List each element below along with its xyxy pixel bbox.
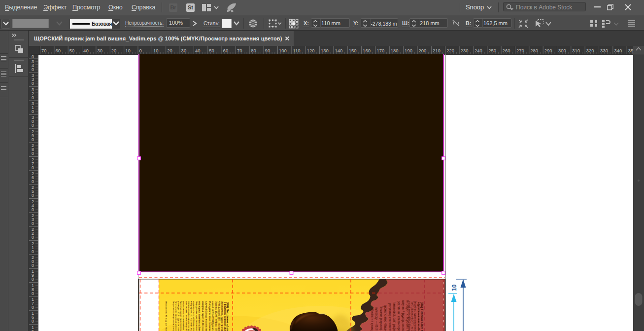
svg-text:280: 280 [530,48,538,53]
svg-text:мед искусственный (сахар, пато: мед искусственный (сахар, патока, кисл [193,301,195,331]
svg-text:100: 100 [279,48,287,53]
svg-text:150: 150 [349,48,357,53]
svg-text:0: 0 [32,81,34,86]
svg-text:штучный (сахар, кислота лимонн: штучный (сахар, кислота лимонная), [205,301,208,331]
svg-text:40: 40 [83,48,89,53]
svg-text:170: 170 [377,48,385,53]
svg-text:320: 320 [586,48,594,53]
svg-text:70: 70 [237,48,242,53]
svg-text:Изготовитель, адрес производст: Изготовитель, адрес производства: [221,301,223,331]
svg-text:0: 0 [32,165,34,170]
svg-text:260: 260 [503,48,510,53]
svg-text:углеводы- 60,3 г (g), в т.ч. с: углеводы- 60,3 г (g), в т.ч. сахара, жир [177,301,180,331]
svg-text:240: 240 [475,48,482,53]
svg-text:340: 340 [614,48,622,53]
svg-text:мед корица ванилин сорбиновая: мед корица ванилин сорбиновая к-т [198,301,201,331]
svg-text:120: 120 [307,48,315,53]
svg-text:70: 70 [41,48,47,53]
svg-text:ароматизатор «Вишня», ро: ароматизатор «Вишня», ро [383,305,387,331]
svg-text:Питательная (пищевая) ценность: Питательная (пищевая) ценность в 100 г [175,301,177,331]
svg-text:20: 20 [111,48,117,53]
svg-text:40: 40 [195,48,201,53]
svg-text:0: 0 [32,193,34,198]
svg-text:160: 160 [363,48,371,53]
svg-text:Энергетическая ценность (калор: Энергетическая ценность (калорийность [172,301,175,331]
svg-text:0: 0 [32,95,34,100]
svg-text:10: 10 [153,48,159,53]
svg-text:0: 0 [32,54,34,59]
svg-text:90: 90 [265,48,271,53]
svg-text:разрыхлитель углеаммонийная со: разрыхлитель углеаммонийная соль, сол [182,301,185,331]
svg-text:110: 110 [293,48,300,53]
svg-text:5: 5 [32,329,34,331]
svg-text:0: 0 [32,67,34,72]
svg-text:с фруктовой начинкой «Вишня» г: с фруктовой начинкой «Вишня» гл [224,302,227,331]
svg-text:0: 0 [32,109,34,114]
svg-text:рослинної, какао-порошок з: рослинної, какао-порошок з [397,301,401,331]
svg-text:0: 0 [32,249,34,254]
svg-text:330: 330 [600,48,608,53]
svg-text:310: 310 [572,48,580,53]
svg-text:ПрАТ „Щорський ЗПТ“, м. Снов: ПрАТ „Щорський ЗПТ“, м. Снов [411,301,414,331]
svg-text:80: 80 [251,48,256,53]
svg-text:бета-каротин, ароматизатор «Ви: бета-каротин, ароматизатор «Вишня», р [185,301,188,331]
svg-text:0: 0 [32,221,34,226]
svg-text:180: 180 [391,48,399,53]
svg-text:10: 10 [451,284,458,291]
svg-text:Украина, 15200 Тел/факс: (0465: Украина, 15200 Тел/факс: (04654) 2-1 [215,301,217,331]
svg-text:0: 0 [32,291,34,296]
svg-text:0: 0 [32,305,34,310]
svg-text:Виробник, адреса потужностей: Виробник, адреса потужностей [414,301,417,331]
svg-text:Масса нетто 49 г (g) шт. Номер: Масса нетто 49 г (g) шт. Номер парт [165,301,168,331]
svg-text:50: 50 [209,48,214,53]
svg-text:140: 140 [335,48,342,53]
svg-text:60: 60 [223,48,229,53]
svg-text:Ингредиенты: мука пшеничная в/: Ингредиенты: мука пшеничная в/с, саха [196,301,198,331]
svg-text:0: 0 [32,319,34,324]
svg-text:220: 220 [446,48,454,53]
svg-text:50: 50 [69,48,75,53]
svg-text:инвертный сироп 14,1% (сахар,: инвертный сироп 14,1% (сахар, вода [202,301,204,331]
svg-text:Ингредиенты: мука пшеничная в/: Ингредиенты: мука пшеничная в/с, с [208,301,211,331]
svg-text:270: 270 [516,48,524,53]
svg-text:30: 30 [181,48,187,53]
svg-text:200: 200 [419,48,427,53]
svg-text:патоковое рафинированное дезод: патоковое рафинированное дезодорир [188,301,190,331]
svg-text:10: 10 [125,48,131,53]
svg-text:(RU) Пирожное «Jam ball»: (RU) Пирожное «Jam ball» [226,302,229,331]
svg-text:e-mail: eiofood2000@gmail.co: e-mail: eiofood2000@gmail.co [408,301,410,331]
svg-text:190: 190 [405,48,412,53]
svg-text:0: 0 [32,207,34,212]
svg-text:300: 300 [558,48,566,53]
svg-text:(UA) Тістечко «Jam ball»: (UA) Тістечко «Jam ball» [420,302,424,331]
svg-text:0: 0 [139,48,142,53]
svg-text:0: 0 [32,137,34,142]
svg-text:0: 0 [32,277,34,282]
svg-text:230: 230 [461,48,469,53]
svg-text:290: 290 [544,48,552,53]
svg-text:60: 60 [55,48,61,53]
svg-text:0: 0 [32,123,34,128]
svg-text:30: 30 [97,48,102,53]
svg-text:Хранить в сухом, проветриваемо: Хранить в сухом, проветриваемом поме [180,301,182,331]
svg-text:210: 210 [433,48,441,53]
svg-text:e-mail: eiofood2000@gmail.com: e-mail: eiofood2000@gmail.com Укр [211,301,214,331]
svg-text:пальмової, олії, рафінован: пальмової, олії, рафінован [392,302,396,331]
svg-text:инвертироза 14,1 % ( сахар, во: инвертироза 14,1 % ( сахар, вода питьев [190,301,193,331]
svg-text:Зберігати в сухому, вент: Зберігати в сухому, вент [370,308,374,331]
svg-text:Поживна (харчова) цінніс: Поживна (харчова) цінніс [379,306,383,331]
svg-text:20: 20 [167,48,172,53]
svg-text:0: 0 [32,179,34,184]
svg-text:0: 0 [32,235,34,240]
svg-text:0: 0 [32,151,34,156]
svg-text:з фруктовою начинкою «Вишня»: з фруктовою начинкою «Вишня» [417,302,420,331]
svg-text:вуглеводи — 60,3 г (g), у: вуглеводи — 60,3 г (g), у [374,307,378,331]
svg-text:250: 250 [488,48,496,53]
svg-text:ЧАО „Щорский ЗПТ“, г.Сновск, у: ЧАО „Щорский ЗПТ“, г.Сновск, ул.Кол [218,301,221,331]
svg-text:0: 0 [32,263,34,268]
svg-text:штучний (цукор, кислота ли: штучний (цукор, кислота ли [401,300,405,331]
svg-text:регулятор кислотності, сор: регулятор кислотності, сор [388,303,392,331]
svg-text:130: 130 [321,48,329,53]
